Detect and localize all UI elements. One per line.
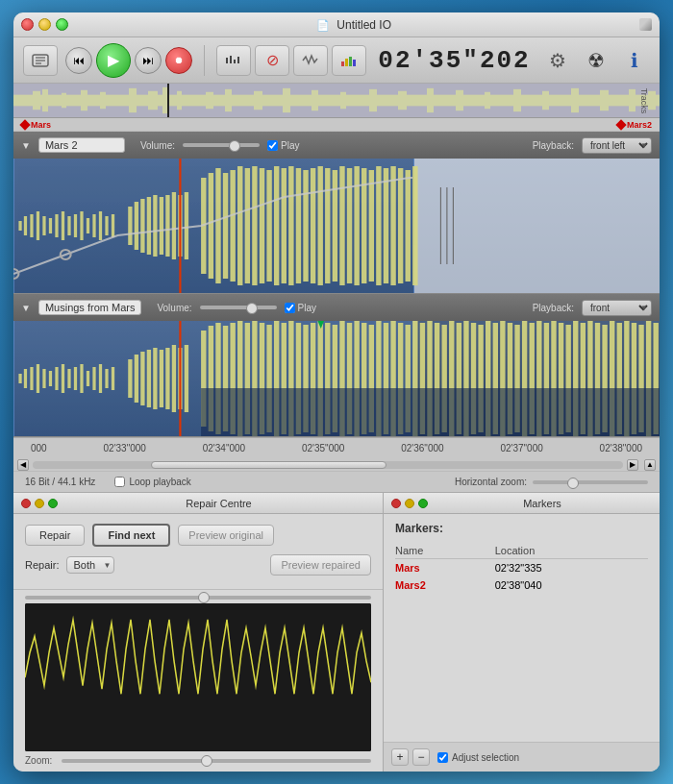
- scroll-right-button[interactable]: ▶: [627, 459, 638, 471]
- svg-rect-122: [153, 348, 157, 409]
- marker-row-mars[interactable]: Mars 02'32"335: [395, 559, 648, 577]
- toolbar: ⏮ ▶ ⏭ ⏺ ⊘: [13, 37, 660, 84]
- bottom-panels: Repair Centre Repair Find next Preview o…: [13, 493, 660, 772]
- repair-maximize-button[interactable]: [48, 499, 58, 508]
- maximize-button[interactable]: [56, 18, 68, 31]
- toolbar-sep-1: [204, 45, 205, 76]
- repair-waveform-svg: [25, 603, 371, 751]
- marker-mars2-name[interactable]: Mars2: [395, 576, 495, 594]
- svg-rect-117: [112, 367, 114, 390]
- repair-select-wrap[interactable]: Both Left Right: [66, 556, 114, 574]
- track2-playback-select[interactable]: front front left front right: [582, 300, 652, 316]
- svg-rect-108: [55, 367, 58, 390]
- track1-play-checkbox[interactable]: [267, 140, 278, 151]
- close-button[interactable]: [21, 18, 34, 31]
- rewind-button[interactable]: ⏮: [65, 47, 92, 74]
- repair-type-select[interactable]: Both Left Right: [66, 556, 114, 574]
- mars2-marker[interactable]: Mars2: [617, 120, 652, 130]
- minimize-button[interactable]: [38, 18, 51, 31]
- track1-container: ▼ Mars 2 Volume: Play Playback: front le…: [13, 132, 660, 294]
- track1-waveform[interactable]: [13, 159, 660, 293]
- loop-playback-label: Loop playback: [129, 477, 191, 487]
- scroll-thumb[interactable]: [151, 461, 387, 469]
- preview-original-button[interactable]: Preview original: [178, 525, 274, 546]
- svg-rect-191: [201, 388, 660, 436]
- select-tool-button[interactable]: [23, 45, 58, 76]
- record-button[interactable]: ⏺: [165, 47, 192, 74]
- eq-button[interactable]: [216, 45, 251, 76]
- doc-icon: 📄: [316, 19, 330, 31]
- repair-zoom-slider[interactable]: [25, 596, 371, 600]
- track1-volume-label: Volume:: [140, 140, 175, 151]
- svg-rect-58: [140, 199, 144, 253]
- zoom-slider-bottom[interactable]: [62, 759, 371, 763]
- track1-collapse-arrow[interactable]: ▼: [21, 140, 31, 151]
- zoom-slider-bottom-thumb: [201, 755, 212, 767]
- scroll-left-button[interactable]: ◀: [17, 459, 29, 471]
- repair-waveform-display[interactable]: [25, 603, 371, 751]
- remove-marker-button[interactable]: −: [412, 748, 430, 766]
- scroll-track[interactable]: [33, 461, 623, 469]
- markers-minimize-button[interactable]: [405, 499, 414, 508]
- svg-rect-118: [128, 359, 132, 398]
- track2-play-checkbox[interactable]: [285, 303, 295, 313]
- track1-name[interactable]: Mars 2: [38, 137, 125, 153]
- cancel-effect-button[interactable]: ⊘: [255, 45, 289, 76]
- track2-collapse-arrow[interactable]: ▼: [21, 303, 31, 313]
- timeline-mark-1: 02'33"000: [104, 443, 146, 453]
- marker-row-mars2[interactable]: Mars2 02'38"040: [395, 576, 648, 594]
- track2-header: ▼ Musings from Mars Volume: Play Playbac…: [13, 294, 660, 321]
- svg-rect-74: [260, 168, 264, 283]
- overview-track[interactable]: Tracks: [13, 84, 660, 118]
- track2-play-check[interactable]: Play: [285, 303, 316, 313]
- window-resize-button[interactable]: [639, 18, 652, 31]
- loop-playback-checkbox[interactable]: [114, 477, 125, 487]
- waveform-view-button[interactable]: [293, 45, 328, 76]
- svg-rect-116: [105, 369, 108, 388]
- repair-close-button[interactable]: [21, 499, 31, 508]
- add-marker-button[interactable]: +: [391, 748, 409, 766]
- svg-rect-107: [49, 371, 52, 386]
- fast-forward-button[interactable]: ⏭: [135, 47, 162, 74]
- markers-maximize-button[interactable]: [418, 499, 428, 508]
- markers-close-button[interactable]: [391, 499, 401, 508]
- settings-button[interactable]: ⚙: [542, 45, 573, 76]
- preview-repaired-button[interactable]: Preview repaired: [270, 554, 371, 576]
- titlebar: 📄 Untitled IO: [13, 12, 660, 37]
- track1-playback-select[interactable]: front left front right front: [582, 137, 652, 154]
- play-icon: ▶: [108, 51, 119, 69]
- track1-playback-select-wrap[interactable]: front left front right front: [582, 137, 652, 154]
- repair-minimize-button[interactable]: [35, 499, 44, 508]
- adjust-selection-group[interactable]: Adjust selection: [437, 752, 519, 763]
- track2-name[interactable]: Musings from Mars: [38, 300, 142, 315]
- track2-volume-slider[interactable]: [200, 306, 277, 309]
- track2-playback-select-wrap[interactable]: front front left front right: [582, 300, 652, 316]
- play-button[interactable]: ▶: [96, 43, 131, 78]
- svg-rect-73: [252, 166, 257, 285]
- marker-mars-name[interactable]: Mars: [395, 559, 495, 577]
- zoom-label: Zoom:: [25, 755, 52, 766]
- track1-play-check[interactable]: Play: [267, 140, 299, 151]
- find-next-button[interactable]: Find next: [92, 524, 170, 547]
- zoom-label-row: Zoom:: [13, 751, 383, 772]
- radiation-button[interactable]: ☢: [581, 45, 611, 76]
- timeline-time-marks: 000 02'33"000 02'34"000 02'35"000 02'36"…: [21, 443, 652, 453]
- track1-envelope-svg: [13, 159, 660, 293]
- info-bar: 16 Bit / 44.1 kHz Loop playback Horizont…: [13, 472, 660, 493]
- svg-rect-26: [283, 88, 290, 112]
- svg-rect-91: [384, 168, 388, 283]
- track1-volume-slider[interactable]: [183, 143, 260, 147]
- overview-section: Tracks: [13, 84, 660, 118]
- svg-rect-47: [62, 211, 64, 240]
- svg-rect-29: [369, 89, 377, 111]
- hz-zoom-slider[interactable]: [533, 480, 648, 484]
- loop-playback-group[interactable]: Loop playback: [114, 477, 191, 487]
- repair-button[interactable]: Repair: [25, 525, 85, 546]
- scroll-up-button[interactable]: ▲: [644, 459, 656, 471]
- mars-marker[interactable]: Mars: [21, 120, 51, 130]
- svg-rect-70: [230, 170, 235, 282]
- adjust-selection-checkbox[interactable]: [437, 752, 448, 763]
- track2-waveform[interactable]: [13, 321, 660, 436]
- info-button[interactable]: ℹ: [619, 45, 650, 76]
- spectrum-view-button[interactable]: [332, 45, 366, 76]
